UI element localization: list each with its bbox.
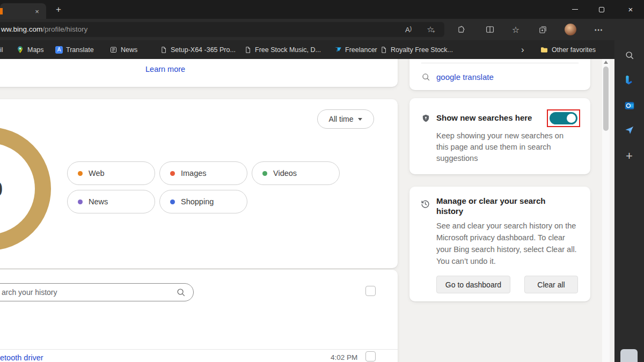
- category-pill-news[interactable]: News: [67, 190, 155, 213]
- favorites-item-label: Translate: [66, 46, 94, 54]
- history-item-link[interactable]: etooth driver: [0, 353, 43, 362]
- maximize-button[interactable]: [589, 0, 614, 19]
- recent-search-text: google translate: [436, 72, 494, 82]
- category-pill-videos[interactable]: Videos: [252, 161, 340, 185]
- history-search-input[interactable]: [0, 283, 194, 301]
- history-icon: [420, 199, 430, 211]
- learn-more-link[interactable]: Learn more: [145, 65, 185, 73]
- favorites-overflow-button[interactable]: ›: [521, 40, 524, 59]
- favorites-star-icon: ☆: [512, 25, 519, 35]
- favorites-item-royaltyfree[interactable]: Royalty Free Stock...: [380, 40, 453, 59]
- sidebar-outlook-button[interactable]: [614, 100, 644, 111]
- read-aloud-paren: ): [410, 26, 412, 32]
- favorites-button[interactable]: ☆: [509, 23, 523, 36]
- freelancer-bird-icon: [334, 46, 342, 54]
- select-all-checkbox[interactable]: [365, 286, 376, 296]
- favorites-item-freestockmusic[interactable]: Free Stock Music, D...: [244, 40, 321, 59]
- category-dot: [170, 171, 175, 176]
- url-text: ww.bing.com/profile/history: [1, 22, 87, 37]
- translate-icon: A: [55, 46, 63, 54]
- category-pill-shopping[interactable]: Shopping: [159, 190, 247, 213]
- tab-bar: × + ×: [0, 0, 644, 19]
- favorites-item-label: il: [0, 46, 3, 54]
- profile-avatar[interactable]: [565, 24, 576, 35]
- add-favorite-button[interactable]: ☆+: [424, 23, 438, 36]
- favorites-item-maps[interactable]: Maps: [16, 40, 44, 59]
- star-plus-badge: +: [433, 29, 435, 34]
- favorites-item-news[interactable]: News: [109, 40, 137, 59]
- go-to-dashboard-button[interactable]: Go to dashboard: [436, 276, 510, 293]
- scrollbar-thumb[interactable]: [603, 67, 609, 131]
- extensions-icon: [457, 25, 466, 34]
- tab-favicon: [0, 8, 3, 14]
- close-button[interactable]: ×: [617, 0, 644, 19]
- favorites-item-label: Setup-X64 -365 Pro...: [171, 46, 236, 54]
- browser-tab[interactable]: ×: [0, 3, 46, 19]
- split-screen-icon: [485, 25, 495, 34]
- url-path: /profile/history: [42, 25, 87, 33]
- news-icon: [109, 46, 118, 54]
- paper-plane-icon: [624, 125, 634, 135]
- sidebar-bing-button[interactable]: [614, 75, 644, 86]
- annotation-highlight: [547, 109, 580, 127]
- outlook-icon: [624, 100, 635, 111]
- category-pill-web[interactable]: Web: [67, 161, 155, 185]
- split-screen-button[interactable]: [483, 23, 497, 36]
- new-tab-button[interactable]: +: [53, 4, 64, 16]
- toggle-knob: [567, 114, 576, 123]
- new-searches-card: Show new searches here Keep showing your…: [409, 98, 590, 174]
- category-label: News: [89, 197, 108, 206]
- page-content: Learn more All time 0 Web Images Videos …: [0, 59, 614, 362]
- favorites-item-label: Free Stock Music, D...: [255, 46, 321, 54]
- clear-all-button[interactable]: Clear all: [524, 276, 578, 293]
- search-icon: [421, 72, 430, 82]
- other-favorites-button[interactable]: Other favorites: [540, 40, 596, 59]
- recent-search-row[interactable]: google translate: [421, 72, 494, 82]
- extensions-button[interactable]: [454, 23, 468, 36]
- sidebar-bottom-button[interactable]: [620, 349, 638, 362]
- url-host: ww.bing.com: [1, 25, 42, 33]
- new-searches-title: Show new searches here: [436, 113, 532, 122]
- favorites-item-label: Maps: [27, 46, 44, 54]
- folder-icon: [540, 46, 548, 54]
- history-item-checkbox[interactable]: [365, 351, 376, 361]
- collections-button[interactable]: [536, 23, 550, 36]
- category-dot: [78, 200, 83, 204]
- sidebar-search-button[interactable]: [614, 50, 644, 60]
- read-aloud-button[interactable]: A): [401, 23, 415, 36]
- category-label: Videos: [273, 169, 297, 178]
- manage-history-title: Manage or clear your search history: [436, 196, 562, 216]
- category-label: Web: [89, 169, 105, 178]
- minimize-button[interactable]: [562, 0, 587, 19]
- chevron-down-icon: [358, 118, 362, 121]
- page-scrollbar[interactable]: [602, 59, 610, 362]
- manage-history-card: Manage or clear your search history See …: [409, 187, 590, 301]
- maximize-icon: [599, 7, 604, 12]
- intro-card: [0, 59, 398, 87]
- search-icon: [625, 50, 634, 60]
- favorites-item-label: Royalty Free Stock...: [391, 46, 453, 54]
- time-filter-dropdown[interactable]: All time: [317, 109, 374, 129]
- favorites-item-translate[interactable]: A Translate: [55, 40, 94, 59]
- recent-searches-card: google translate: [409, 59, 590, 90]
- category-dot: [262, 171, 267, 176]
- sidebar-add-button[interactable]: +: [614, 149, 644, 163]
- input-bottom-divider: [421, 63, 579, 63]
- scroll-up-arrow[interactable]: [604, 61, 608, 64]
- file-icon: [160, 46, 167, 54]
- history-search-icon: [176, 287, 186, 299]
- sidebar-drop-button[interactable]: [614, 125, 644, 135]
- favorites-item-setup[interactable]: Setup-X64 -365 Pro...: [160, 40, 236, 59]
- file-icon: [380, 46, 387, 54]
- new-searches-toggle[interactable]: [550, 112, 577, 124]
- manage-history-body: See and clear your search history on the…: [436, 220, 579, 267]
- history-item-time: 4:02 PM: [331, 353, 357, 361]
- favorites-item-fragment[interactable]: il: [0, 40, 3, 59]
- list-divider: [0, 349, 398, 350]
- edge-sidebar: +: [614, 19, 644, 362]
- settings-menu-button[interactable]: ⋯: [591, 23, 605, 36]
- tab-close-icon[interactable]: ×: [32, 6, 42, 16]
- category-pill-images[interactable]: Images: [159, 161, 247, 185]
- bing-icon: [624, 75, 635, 86]
- favorites-item-freelancer[interactable]: Freelancer: [334, 40, 377, 59]
